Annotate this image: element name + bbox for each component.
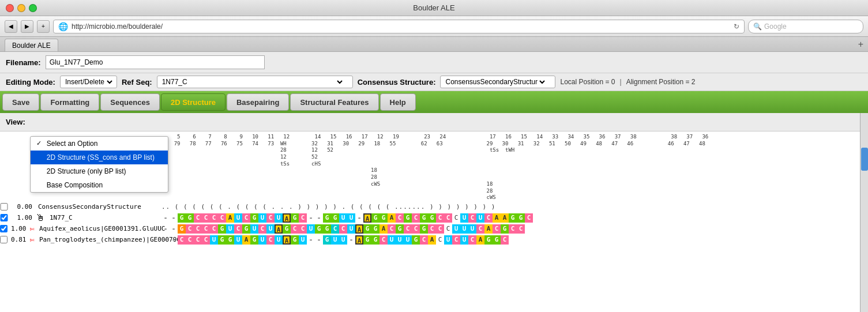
tab-bar: Boulder ALE + xyxy=(0,37,868,52)
refresh-button[interactable]: ↻ xyxy=(734,22,739,31)
title-bar: Boulder ALE xyxy=(0,0,868,16)
view-option-base-comp[interactable]: Base Composition xyxy=(31,178,168,192)
browser-bar: ◀ ▶ + 🌐 http://microbio.me/boulderale/ ↻… xyxy=(0,16,868,37)
check-icon: ✓ xyxy=(36,140,43,147)
consensus-row: 0.00 ConsensusSecondaryStructure .. ( ( … xyxy=(0,202,868,212)
aquifex-checkbox[interactable] xyxy=(0,225,7,232)
structural-features-button[interactable]: Structural Features xyxy=(290,93,378,111)
1n77c-score: 1.00 xyxy=(12,214,32,221)
1n77c-row: 1.00 🖱 1N77_C -- GGCCCCAUC GUCU A GC-- G… xyxy=(0,213,868,223)
view-row: View: ✓ Select an Option 2D Structure (S… xyxy=(0,113,868,131)
ref-seq-label: Ref Seq: xyxy=(122,78,152,87)
aquifex-row: 1.00 ✄ Aquifex_aeolicus|GE0001391.GluUUC… xyxy=(0,224,868,234)
pan-icon: ✄ xyxy=(30,235,35,245)
ref-seq-dropdown[interactable]: 1N77_C xyxy=(160,77,344,87)
cursor-icon: 🖱 xyxy=(36,212,45,223)
save-button[interactable]: Save xyxy=(2,93,39,111)
pan-row: 0.81 ✄ Pan_troglodytes_(chimpanzee)|GE00… xyxy=(0,235,868,245)
window-title: Boulder ALE xyxy=(413,3,454,12)
editing-mode-select[interactable]: Insert/Delete xyxy=(60,76,117,88)
1n77c-sequence: -- GGCCCCAUC GUCU A GC-- GGUU- A GGACGCG… xyxy=(161,213,533,223)
editing-mode-label: Editing Mode: xyxy=(6,78,55,87)
view-option-2d-ss[interactable]: 2D Structure (SS_cons and BP list) xyxy=(31,151,168,164)
main-content: View: ✓ Select an Option 2D Structure (S… xyxy=(0,113,868,312)
1n77c-name: 1N77_C xyxy=(50,214,73,221)
view-dropdown-menu: ✓ Select an Option 2D Structure (SS_cons… xyxy=(30,136,168,193)
url-text: http://microbio.me/boulderale/ xyxy=(72,22,730,31)
search-bar[interactable]: 🔍 Google xyxy=(748,20,863,33)
1n77c-checkbox[interactable] xyxy=(0,214,8,221)
consensus-structure-dropdown[interactable]: ConsensusSecondaryStructure xyxy=(443,77,547,87)
new-tab-button[interactable]: + xyxy=(37,20,50,33)
minimize-button[interactable] xyxy=(17,4,25,12)
consensus-structure: .. ( ( ( ( ( ( . ( ( ( ( . . . ) ) ) ) )… xyxy=(161,203,495,210)
add-tab-button[interactable]: + xyxy=(858,39,863,50)
view-option-2d-bp[interactable]: 2D Structure (only BP list) xyxy=(31,164,168,178)
search-placeholder: Google xyxy=(764,22,787,31)
browser-tab[interactable]: Boulder ALE xyxy=(5,39,58,51)
back-button[interactable]: ◀ xyxy=(5,20,17,33)
url-bar[interactable]: 🌐 http://microbio.me/boulderale/ ↻ xyxy=(53,20,745,33)
aquifex-score: 1.00 xyxy=(11,225,27,232)
app-content: Filename: Editing Mode: Insert/Delete Re… xyxy=(0,52,868,312)
ref-seq-select[interactable]: 1N77_C xyxy=(157,76,353,88)
scrollbar-thumb[interactable] xyxy=(861,148,868,171)
toolbar: Save Formatting Sequences 2D Structure B… xyxy=(0,91,868,113)
pan-checkbox[interactable] xyxy=(0,236,7,243)
maximize-button[interactable] xyxy=(29,4,37,12)
window-controls xyxy=(6,4,37,12)
vertical-scrollbar[interactable] xyxy=(860,113,868,312)
formatting-button[interactable]: Formatting xyxy=(40,93,99,111)
pan-sequence: -- CCCCUGGUA GUCU A GU-- G UU- A GGCUUUG… xyxy=(161,235,509,245)
consensus-score: 0.00 xyxy=(12,203,32,210)
aquifex-sequence: -- G CCCCGUC GUCU A GCCU GG C CU A GGACG… xyxy=(161,224,525,234)
basepairing-button[interactable]: Basepairing xyxy=(227,93,289,111)
editing-mode-dropdown[interactable]: Insert/Delete xyxy=(63,77,114,87)
filename-label: Filename: xyxy=(6,58,41,67)
help-button[interactable]: Help xyxy=(380,93,416,111)
aquifex-icon: ✄ xyxy=(30,224,35,234)
consensus-checkbox[interactable] xyxy=(0,203,8,210)
search-icon: 🔍 xyxy=(753,22,762,31)
aquifex-name: Aquifex_aeolicus|GE0001391.GluUUC xyxy=(39,225,166,232)
filename-row: Filename: xyxy=(0,52,868,73)
2d-structure-button[interactable]: 2D Structure xyxy=(161,93,226,111)
pan-score: 0.81 xyxy=(11,236,27,243)
filename-input[interactable] xyxy=(46,55,265,69)
view-label: View: xyxy=(6,118,25,126)
local-position: Local Position = 0 xyxy=(560,78,615,86)
close-button[interactable] xyxy=(6,4,14,12)
consensus-structure-label: Consensus Structure: xyxy=(358,78,436,87)
forward-button[interactable]: ▶ xyxy=(21,20,33,33)
alignment-position: Alignment Position = 2 xyxy=(626,78,696,86)
view-option-select[interactable]: ✓ Select an Option xyxy=(31,137,168,151)
editing-row: Editing Mode: Insert/Delete Ref Seq: 1N7… xyxy=(0,73,868,91)
consensus-name: ConsensusSecondaryStructure xyxy=(38,203,141,210)
consensus-structure-select[interactable]: ConsensusSecondaryStructure xyxy=(440,76,555,88)
sequences-button[interactable]: Sequences xyxy=(100,93,160,111)
